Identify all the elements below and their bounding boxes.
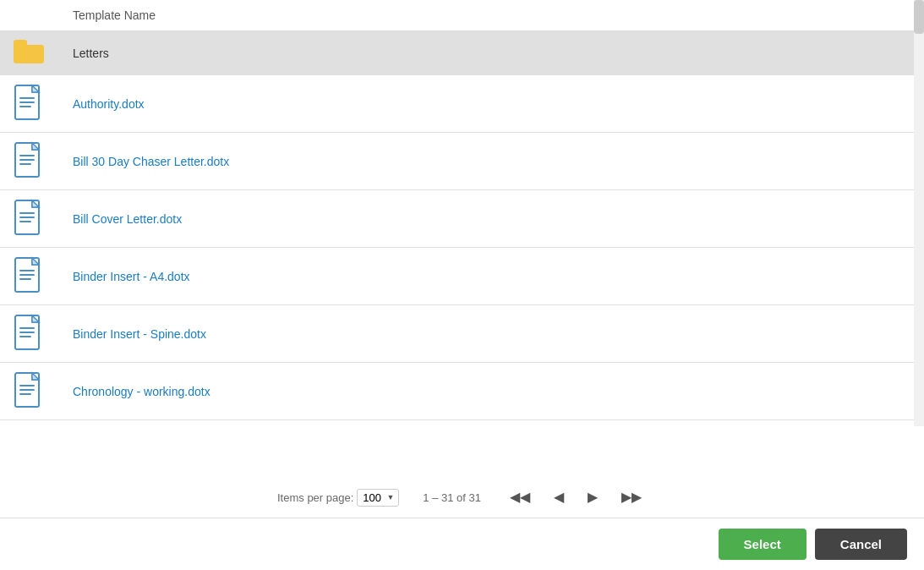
items-per-page-label: Items per page:: [277, 491, 353, 504]
table-row[interactable]: Binder Insert - Spine.dotx: [0, 305, 914, 363]
table-row[interactable]: Binder Insert - A4.dotx: [0, 248, 914, 305]
template-name-cell: Binder Insert - Spine.dotx: [59, 305, 914, 363]
table-row[interactable]: Chronology - working.dotx: [0, 363, 914, 420]
select-button[interactable]: Select: [719, 529, 806, 560]
template-name-cell: Bill 30 Day Chaser Letter.dotx: [59, 133, 914, 190]
items-per-page-wrapper: Items per page: 102550100: [277, 489, 399, 507]
template-name-cell: Bill Cover Letter.dotx: [59, 190, 914, 248]
per-page-select-wrapper[interactable]: 102550100: [357, 489, 399, 507]
svg-rect-8: [19, 159, 35, 161]
document-icon: [14, 371, 44, 408]
document-icon: [14, 314, 44, 351]
template-name-cell: Chronology - working.dotx: [59, 363, 914, 420]
svg-rect-27: [19, 385, 35, 386]
svg-rect-23: [19, 332, 35, 333]
scrollbar-thumb[interactable]: [914, 0, 924, 34]
svg-rect-4: [19, 106, 31, 107]
template-name-cell: Letters: [59, 31, 914, 75]
table-row[interactable]: Bill 30 Day Chaser Letter.dotx: [0, 133, 914, 190]
svg-rect-3: [19, 101, 35, 103]
template-name-cell: Binder Insert - A4.dotx: [59, 248, 914, 305]
document-icon: [14, 256, 44, 293]
next-page-button[interactable]: ▶: [582, 487, 603, 507]
svg-rect-13: [19, 216, 35, 218]
svg-rect-17: [19, 270, 35, 271]
table-area[interactable]: Template Name Letters Authority.dotx Bil…: [0, 0, 914, 477]
table-row[interactable]: Bill Cover Letter.dotx: [0, 190, 914, 248]
document-icon: [14, 199, 44, 236]
svg-rect-24: [19, 336, 31, 337]
table-row[interactable]: Letters: [0, 31, 914, 75]
icon-col-header: [0, 0, 59, 31]
folder-icon: [14, 40, 44, 63]
first-page-button[interactable]: ◀◀: [505, 487, 535, 507]
pagination-bar: Items per page: 102550100 1 – 31 of 31 ◀…: [0, 477, 924, 518]
template-name-cell: Authority.dotx: [59, 75, 914, 133]
document-icon: [14, 84, 44, 121]
prev-page-button[interactable]: ◀: [549, 487, 569, 507]
last-page-button[interactable]: ▶▶: [616, 487, 647, 507]
cancel-button[interactable]: Cancel: [815, 529, 907, 560]
svg-rect-29: [19, 393, 31, 395]
svg-rect-22: [19, 327, 35, 329]
svg-rect-14: [19, 221, 31, 222]
svg-rect-2: [19, 97, 35, 99]
per-page-select[interactable]: 102550100: [357, 489, 399, 507]
scrollbar-track[interactable]: [914, 0, 924, 426]
document-icon: [14, 141, 44, 178]
footer-bar: Select Cancel: [0, 518, 924, 570]
svg-rect-19: [19, 278, 31, 280]
template-name-header: Template Name: [59, 0, 914, 31]
svg-rect-18: [19, 274, 35, 276]
svg-rect-7: [19, 155, 35, 156]
svg-rect-28: [19, 389, 35, 391]
template-table: Template Name Letters Authority.dotx Bil…: [0, 0, 914, 420]
table-row[interactable]: Authority.dotx: [0, 75, 914, 133]
page-info: 1 – 31 of 31: [423, 491, 481, 504]
main-content: Template Name Letters Authority.dotx Bil…: [0, 0, 924, 477]
svg-rect-12: [19, 212, 35, 214]
svg-rect-9: [19, 163, 31, 165]
